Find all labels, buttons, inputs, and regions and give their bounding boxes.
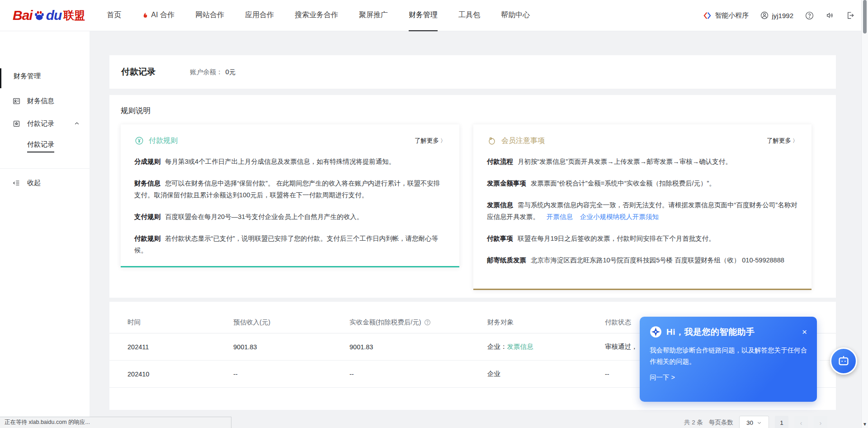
- rule-item: 发票信息需与系统内发票信息内容完全一致，否则无法支付。请根据发票信息页面中“百度…: [487, 199, 798, 223]
- help-icon[interactable]: [805, 11, 814, 20]
- assistant-popup: Hi，我是您的智能助手 × 我会帮助您诊断合作链路问题，以及解答您关于任何合作相…: [640, 317, 817, 402]
- robot-icon: [837, 354, 850, 368]
- scrollbar-down-arrow[interactable]: ▼: [862, 422, 868, 427]
- rule-item: 财务信息您可以在财务信息中选择“保留付款”。 在此期间您产生的收入将在账户内进行…: [134, 177, 446, 201]
- scrollbar-thumb[interactable]: [863, 0, 867, 33]
- rule-item: 分成规则每月第3或4个工作日产出上月分成信息及发票信息，如有特殊情况将提前通知。: [134, 156, 446, 167]
- assistant-message: 我会帮助您诊断合作链路问题，以及解答您关于任何合作相关的问题。: [650, 345, 810, 367]
- col-header-time: 时间: [109, 318, 215, 327]
- collapse-icon: [12, 179, 21, 187]
- main-menu: 首页 AI 合作 网站合作 应用合作 搜索业务合作 聚屏推广 财务管理 工具包 …: [107, 0, 530, 31]
- total-count: 共 2 条: [684, 418, 703, 427]
- col-header-actual: 实收金额(扣除税费后/元): [331, 318, 469, 327]
- coin-yuan-icon: [134, 136, 144, 146]
- member-notice-icon: [487, 136, 497, 146]
- next-page-button[interactable]: ›: [814, 416, 827, 428]
- top-navbar: Bai du 联盟 首页 AI 合作 网站合作 应用合作 搜索业务合作 聚屏推广…: [0, 0, 868, 31]
- logo-text-union: 联盟: [63, 8, 85, 23]
- logo-text-bai: Bai: [13, 8, 33, 23]
- compass-icon: [650, 326, 662, 338]
- ask-now-link[interactable]: 问一下 >: [650, 373, 807, 382]
- small-taxpayer-guide-link[interactable]: 企业小规模纳税人开票须知: [580, 213, 659, 220]
- sidebar-collapse-button[interactable]: 收起: [0, 175, 90, 191]
- sidebar-item-payment-record[interactable]: 付款记录: [0, 115, 90, 132]
- account-balance: 账户余额：0元: [190, 68, 236, 76]
- col-header-finance-target: 财务对象: [469, 318, 587, 327]
- chevron-up-icon: [74, 120, 80, 127]
- page-size-label: 每页条数: [709, 418, 733, 427]
- rule-item: 邮寄纸质发票北京市海淀区西北旺东路10号院百度科技园5号楼 百度联盟财务组（收）…: [487, 254, 798, 266]
- rule-item: 付款流程月初按“发票信息”页面开具发票→上传发票→邮寄发票→审核→确认支付。: [487, 156, 798, 167]
- nav-item-help[interactable]: 帮助中心: [501, 0, 530, 31]
- navbar-right: 智能小程序 jyj1992: [703, 0, 855, 31]
- smart-miniprogram-entry[interactable]: 智能小程序: [703, 11, 749, 20]
- assistant-title: Hi，我是您的智能助手: [666, 326, 755, 338]
- miniprogram-diamond-icon: [703, 11, 712, 20]
- payment-record-icon: [12, 119, 21, 128]
- nav-item-app[interactable]: 应用合作: [245, 0, 274, 31]
- chevron-right-icon: 〉: [440, 137, 446, 145]
- assistant-float-button[interactable]: [830, 347, 857, 375]
- member-notice-card: 会员注意事项 了解更多〉 付款流程月初按“发票信息”页面开具发票→上传发票→邮寄…: [473, 124, 811, 290]
- nav-item-home[interactable]: 首页: [107, 0, 121, 31]
- page-number-button[interactable]: 1: [775, 416, 788, 428]
- member-notice-more-link[interactable]: 了解更多〉: [767, 137, 798, 145]
- member-notice-title: 会员注意事项: [501, 136, 545, 146]
- rule-item: 付款事项联盟在每月19日之后签收的发票，付款时间安排在下个月首批支付。: [487, 233, 798, 244]
- baidu-union-logo[interactable]: Bai du 联盟: [13, 0, 85, 31]
- sound-icon[interactable]: [826, 11, 835, 20]
- page-scrollbar[interactable]: ▼: [861, 0, 868, 428]
- chevron-right-icon: 〉: [793, 137, 798, 145]
- balance-value: 0元: [226, 68, 236, 76]
- page-header-card: 付款记录 账户余额：0元: [109, 55, 836, 89]
- info-icon[interactable]: [424, 319, 431, 326]
- close-icon[interactable]: ×: [802, 328, 807, 336]
- payment-rules-title: 付款规则: [149, 136, 178, 146]
- prev-page-button[interactable]: ‹: [794, 416, 808, 428]
- user-account[interactable]: jyj1992: [760, 11, 793, 19]
- payment-rules-card: 付款规则 了解更多〉 分成规则每月第3或4个工作日产出上月分成信息及发票信息，如…: [121, 124, 459, 267]
- user-icon: [760, 11, 769, 19]
- nav-item-website[interactable]: 网站合作: [195, 0, 224, 31]
- invoice-info-table-link[interactable]: 发票信息: [507, 343, 533, 350]
- logout-icon[interactable]: [846, 11, 855, 20]
- sidebar-item-finance-info[interactable]: 财务信息: [0, 93, 90, 109]
- chevron-down-icon: [757, 420, 762, 425]
- nav-item-ai[interactable]: AI 合作: [142, 0, 175, 31]
- sidebar-title: 财务管理: [14, 72, 41, 81]
- payment-rules-more-link[interactable]: 了解更多〉: [415, 137, 446, 145]
- baidu-paw-icon: [33, 9, 46, 22]
- rule-item: 支付规则百度联盟会在每月20号—31号支付企业会员上个自然月产生的收入。: [134, 211, 446, 223]
- flame-icon: [142, 12, 149, 19]
- nav-item-search[interactable]: 搜索业务合作: [295, 0, 338, 31]
- page-title: 付款记录: [121, 66, 156, 78]
- nav-item-toolkit[interactable]: 工具包: [458, 0, 480, 31]
- rules-section-card: 规则说明 付款规则 了解更多〉 分成规则每月第3或4个工作日产出上月分成信息及发…: [109, 95, 836, 298]
- logo-text-du: du: [46, 8, 62, 23]
- nav-item-finance[interactable]: 财务管理: [409, 0, 438, 31]
- balance-label: 账户余额：: [190, 68, 223, 76]
- sidebar-active-marker: [0, 68, 1, 88]
- sidebar-subitem-payment-record[interactable]: 付款记录: [27, 140, 54, 152]
- page-size-select[interactable]: 30: [739, 416, 769, 428]
- left-sidebar: 财务管理 财务信息 付款记录 付款记录 收: [0, 31, 90, 428]
- rule-item: 发票金额事项发票票面“价税合计”金额=系统中“实收金额（扣除税费后/元）”。: [487, 177, 798, 189]
- col-header-estimated: 预估收入(元): [215, 318, 331, 327]
- sidebar-divider: [0, 168, 90, 169]
- browser-status-bar: 正在等待 xlab.baidu.com 的响应...: [0, 417, 231, 428]
- rule-item: 付款规则若付款状态显示“已支付”，说明联盟已安排了您的付款。支付后三个工作日内到…: [134, 233, 446, 256]
- rules-section-title: 规则说明: [121, 106, 825, 116]
- nav-item-screen[interactable]: 聚屏推广: [359, 0, 388, 31]
- finance-info-icon: [12, 97, 21, 105]
- invoice-info-link[interactable]: 开票信息: [547, 213, 573, 220]
